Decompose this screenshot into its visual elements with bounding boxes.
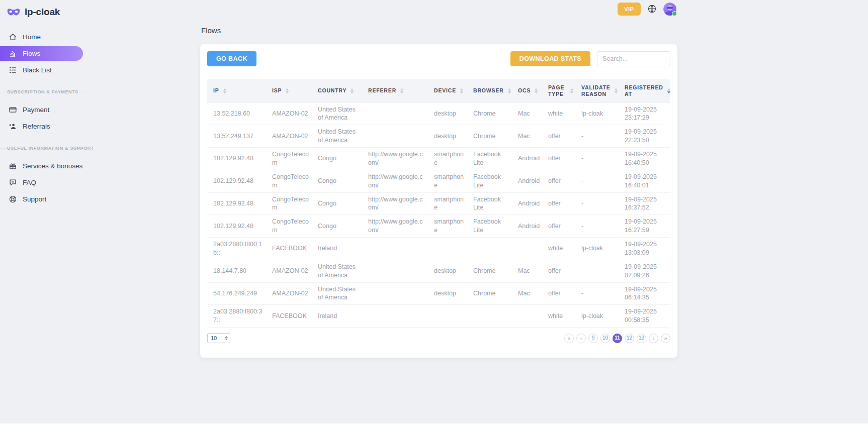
cell [512,238,542,260]
sidebar-item-label: Referrals [23,123,50,130]
cell [512,305,542,328]
sort-down-arrow-icon [400,91,403,93]
sort-up-arrow-icon [460,88,463,90]
sidebar-item-support[interactable]: Support [0,192,92,206]
table-row[interactable]: 13.57.249.137AMAZON-02United States of A… [207,125,670,148]
cell: AMAZON-02 [266,102,312,125]
referrals-icon [8,122,17,131]
column-header-registered-at[interactable]: REGISTERED AT [619,79,670,102]
sort-icon[interactable] [351,88,354,93]
next-page-button[interactable]: › [649,334,658,343]
cell: desktop [428,125,467,148]
column-header-browser[interactable]: BROWSER [467,79,512,102]
sort-up-arrow-icon [286,88,289,90]
cell: 19-09-2025 07:09:26 [619,260,670,282]
table-row[interactable]: 13.52.218.60AMAZON-02United States of Am… [207,102,670,125]
table-row[interactable]: 54.176.249.249AMAZON-02United States of … [207,282,670,305]
column-header-page-type[interactable]: PAGE TYPE [542,79,575,102]
sidebar-item-black-list[interactable]: Black List [0,63,92,77]
table-row[interactable]: 102.129.92.48CongoTelecomCongohttp://www… [207,192,670,215]
cell: 19-09-2025 06:14:35 [619,282,670,305]
table-row[interactable]: 102.129.92.48CongoTelecomCongohttp://www… [207,215,670,238]
page-title: Flows [201,26,221,35]
column-header-device[interactable]: DEVICE [428,79,467,102]
cell: Android [512,192,542,215]
page-button-9[interactable]: 9 [588,334,598,343]
home-icon [8,33,17,42]
cell: 19-09-2025 16:27:59 [619,215,670,238]
cell: lp-cloak [575,238,619,260]
cell [467,305,512,328]
table-row[interactable]: 18.144.7.80AMAZON-02United States of Ame… [207,260,670,282]
table-body: 13.52.218.60AMAZON-02United States of Am… [207,102,670,328]
sidebar-nav: HomeFlowsBlack ListSUBSCRIPTION & PAYMEN… [0,30,92,206]
column-header-referer[interactable]: REFERER [362,79,428,102]
column-label: VALIDATE REASON [581,84,611,97]
download-stats-button[interactable]: DOWNLOAD STATS [510,51,590,66]
table-row[interactable]: 2a03:2880:f800:1b::FACEBOOKIrelandwhitel… [207,238,670,260]
sort-icon[interactable] [570,88,573,93]
sort-icon[interactable] [460,88,463,93]
column-header-country[interactable]: COUNTRY [312,79,362,102]
sidebar-item-services-bonuses[interactable]: Services & bonuses [0,159,92,173]
sort-icon[interactable] [286,88,289,93]
column-header-ip[interactable]: IP [207,79,266,102]
sort-icon[interactable] [508,88,511,93]
column-header-validate-reason[interactable]: VALIDATE REASON [575,79,619,102]
column-header-isp[interactable]: ISP [266,79,312,102]
cell: CongoTelecom [266,215,312,238]
cell: desktop [428,282,467,305]
page-button-10[interactable]: 10 [600,334,610,343]
table-row[interactable]: 2a03:2880:f800:37::FACEBOOKIrelandwhitel… [207,305,670,328]
page-button-13[interactable]: 13 [637,334,646,343]
page-button-11[interactable]: 11 [613,334,622,343]
sort-icon[interactable] [667,88,670,93]
page-button-12[interactable]: 12 [625,334,634,343]
sort-icon[interactable] [535,88,538,93]
go-back-button[interactable]: GO BACK [207,51,256,66]
search-input[interactable] [597,51,670,66]
sidebar-item-home[interactable]: Home [0,30,92,44]
table-row[interactable]: 102.129.92.48CongoTelecomCongohttp://www… [207,170,670,192]
user-avatar[interactable] [663,3,676,16]
sort-icon[interactable] [400,88,403,93]
cell: CongoTelecom [266,148,312,170]
brand[interactable]: lp-cloak [0,5,92,19]
first-page-button[interactable]: « [564,334,574,343]
sidebar: lp-cloak HomeFlowsBlack ListSUBSCRIPTION… [0,0,92,427]
pagination: 10 «‹910111213›» [207,333,670,343]
vip-button[interactable]: VIP [618,3,641,16]
sidebar-item-label: Services & bonuses [23,162,82,170]
cell [362,125,428,148]
cell: 19-09-2025 00:58:35 [619,305,670,328]
support-icon [8,195,17,204]
services-icon [8,162,17,171]
sidebar-item-faq[interactable]: ?!FAQ [0,175,92,190]
column-header-inner: DEVICE [434,87,465,94]
cell: Congo [312,170,362,192]
cell: Android [512,170,542,192]
sort-icon[interactable] [223,88,226,93]
sidebar-item-flows[interactable]: Flows [0,46,83,61]
per-page-value: 10 [211,335,217,341]
globe-icon[interactable] [647,4,657,14]
last-page-button[interactable]: » [661,334,670,343]
column-label: REFERER [368,87,396,94]
prev-page-button[interactable]: ‹ [576,334,586,343]
cell: 19-09-2025 23:17:29 [619,102,670,125]
cell: CongoTelecom [266,170,312,192]
sidebar-item-label: Flows [23,50,40,57]
cell [362,305,428,328]
column-header-ocs[interactable]: OCS [512,79,542,102]
table-row[interactable]: 102.129.92.48CongoTelecomCongohttp://www… [207,148,670,170]
per-page-select[interactable]: 10 [207,333,230,343]
cell: white [542,102,575,125]
sidebar-item-payment[interactable]: Payment [0,102,92,117]
sort-up-arrow-icon [535,88,538,90]
cell: United States of America [312,282,362,305]
cell: Congo [312,192,362,215]
sidebar-item-referrals[interactable]: Referrals [0,119,92,134]
sidebar-item-label: Black List [23,66,52,74]
sort-up-arrow-icon [667,88,670,90]
sort-icon[interactable] [615,88,618,93]
